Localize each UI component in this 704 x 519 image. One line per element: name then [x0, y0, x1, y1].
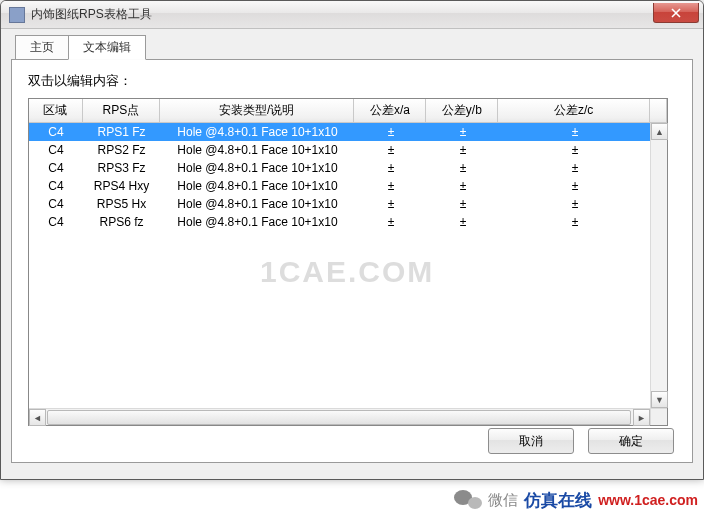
cell-z: ± — [499, 123, 651, 141]
edit-hint-label: 双击以编辑内容： — [28, 72, 680, 90]
tab-panel: 双击以编辑内容： 区域 RPS点 安装类型/说明 公差x/a 公差y/b 公差z… — [11, 59, 693, 463]
button-label: 取消 — [519, 433, 543, 450]
table-row[interactable]: C4RPS1 FzHole @4.8+0.1 Face 10+1x10±±± — [29, 123, 667, 141]
scrollbar-corner — [650, 408, 667, 425]
table-row[interactable]: C4RPS6 fzHole @4.8+0.1 Face 10+1x10±±± — [29, 213, 667, 231]
horizontal-scrollbar-thumb[interactable] — [47, 410, 631, 425]
tab-strip: 主页 文本编辑 — [15, 37, 693, 59]
cell-area: C4 — [29, 195, 83, 213]
scroll-right-button[interactable]: ► — [633, 409, 650, 426]
vertical-scrollbar[interactable]: ▲ ▼ — [650, 123, 667, 408]
table-row[interactable]: C4RPS2 FzHole @4.8+0.1 Face 10+1x10±±± — [29, 141, 667, 159]
table-body: C4RPS1 FzHole @4.8+0.1 Face 10+1x10±±±C4… — [29, 123, 667, 425]
dialog-window: 内饰图纸RPS表格工具 主页 文本编辑 双击以编辑内容： 区域 RPS点 安装类… — [0, 0, 704, 480]
col-header-z[interactable]: 公差z/c — [498, 99, 650, 123]
cell-desc: Hole @4.8+0.1 Face 10+1x10 — [160, 141, 355, 159]
cell-rps: RPS5 Hx — [83, 195, 160, 213]
app-icon — [9, 7, 25, 23]
cell-z: ± — [499, 141, 651, 159]
cell-x: ± — [355, 159, 427, 177]
tab-text-edit[interactable]: 文本编辑 — [68, 35, 146, 60]
cell-rps: RPS2 Fz — [83, 141, 160, 159]
cell-desc: Hole @4.8+0.1 Face 10+1x10 — [160, 213, 355, 231]
table-header-row: 区域 RPS点 安装类型/说明 公差x/a 公差y/b 公差z/c — [29, 99, 667, 123]
cell-y: ± — [427, 213, 499, 231]
cell-area: C4 — [29, 141, 83, 159]
horizontal-scrollbar[interactable]: ◄ ► — [29, 408, 650, 425]
cell-x: ± — [355, 123, 427, 141]
ok-button[interactable]: 确定 — [588, 428, 674, 454]
cell-desc: Hole @4.8+0.1 Face 10+1x10 — [160, 123, 355, 141]
cell-desc: Hole @4.8+0.1 Face 10+1x10 — [160, 195, 355, 213]
cell-x: ± — [355, 177, 427, 195]
cell-area: C4 — [29, 159, 83, 177]
cell-desc: Hole @4.8+0.1 Face 10+1x10 — [160, 177, 355, 195]
dialog-button-bar: 取消 确定 — [488, 428, 674, 454]
close-icon — [671, 8, 681, 18]
table-row[interactable]: C4RPS4 HxyHole @4.8+0.1 Face 10+1x10±±± — [29, 177, 667, 195]
cell-z: ± — [499, 195, 651, 213]
footer-url: www.1cae.com — [598, 492, 698, 508]
page-footer: 微信 仿真在线 www.1cae.com — [0, 481, 704, 519]
cell-z: ± — [499, 159, 651, 177]
titlebar[interactable]: 内饰图纸RPS表格工具 — [1, 1, 703, 29]
tab-label: 主页 — [30, 40, 54, 54]
close-button[interactable] — [653, 3, 699, 23]
cell-y: ± — [427, 195, 499, 213]
cell-x: ± — [355, 195, 427, 213]
cell-rps: RPS4 Hxy — [83, 177, 160, 195]
client-area: 主页 文本编辑 双击以编辑内容： 区域 RPS点 安装类型/说明 公差x/a 公… — [1, 29, 703, 473]
cell-rps: RPS3 Fz — [83, 159, 160, 177]
cell-desc: Hole @4.8+0.1 Face 10+1x10 — [160, 159, 355, 177]
footer-wechat-label: 微信 — [488, 491, 518, 510]
cell-z: ± — [499, 213, 651, 231]
table-row[interactable]: C4RPS5 HxHole @4.8+0.1 Face 10+1x10±±± — [29, 195, 667, 213]
footer-brand: 仿真在线 — [524, 489, 592, 512]
cell-y: ± — [427, 123, 499, 141]
cell-rps: RPS1 Fz — [83, 123, 160, 141]
col-header-y[interactable]: 公差y/b — [426, 99, 498, 123]
cell-y: ± — [427, 177, 499, 195]
cell-x: ± — [355, 141, 427, 159]
cell-area: C4 — [29, 177, 83, 195]
col-header-scrollgap — [650, 99, 667, 123]
cancel-button[interactable]: 取消 — [488, 428, 574, 454]
col-header-x[interactable]: 公差x/a — [354, 99, 426, 123]
cell-rps: RPS6 fz — [83, 213, 160, 231]
tab-label: 文本编辑 — [83, 40, 131, 54]
scroll-down-button[interactable]: ▼ — [651, 391, 668, 408]
wechat-icon — [454, 488, 482, 512]
cell-y: ± — [427, 159, 499, 177]
cell-z: ± — [499, 177, 651, 195]
col-header-rps[interactable]: RPS点 — [83, 99, 160, 123]
col-header-desc[interactable]: 安装类型/说明 — [160, 99, 355, 123]
table-row[interactable]: C4RPS3 FzHole @4.8+0.1 Face 10+1x10±±± — [29, 159, 667, 177]
button-label: 确定 — [619, 433, 643, 450]
cell-y: ± — [427, 141, 499, 159]
scroll-up-button[interactable]: ▲ — [651, 123, 668, 140]
col-header-area[interactable]: 区域 — [29, 99, 83, 123]
cell-area: C4 — [29, 123, 83, 141]
scroll-left-button[interactable]: ◄ — [29, 409, 46, 426]
window-title: 内饰图纸RPS表格工具 — [31, 6, 152, 23]
rps-table[interactable]: 区域 RPS点 安装类型/说明 公差x/a 公差y/b 公差z/c C4RPS1… — [28, 98, 668, 426]
tab-main[interactable]: 主页 — [15, 35, 69, 60]
cell-x: ± — [355, 213, 427, 231]
cell-area: C4 — [29, 213, 83, 231]
